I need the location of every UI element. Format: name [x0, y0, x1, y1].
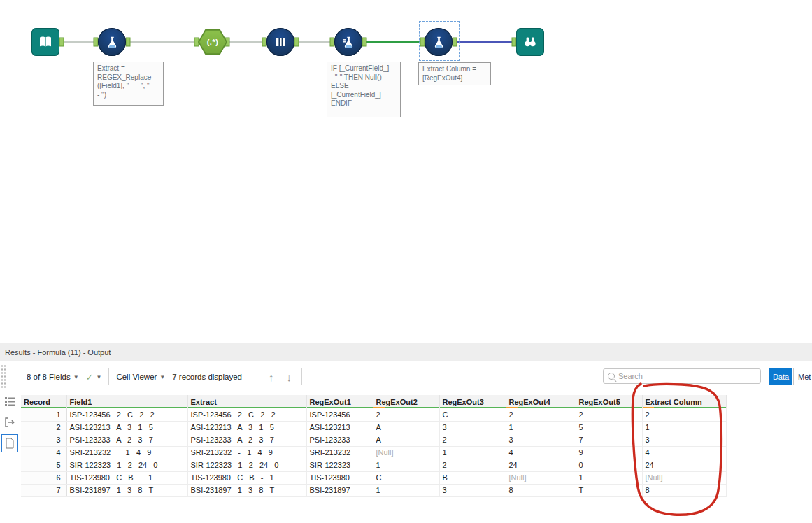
data-cell: SIR-122323 — [306, 459, 373, 471]
results-table: RecordField1ExtractRegExOut1RegExOut2Reg… — [21, 395, 727, 497]
record-number-cell: 4 — [21, 446, 66, 459]
workflow-canvas[interactable]: (.*) — [0, 0, 812, 343]
tool-formula[interactable] — [98, 28, 126, 56]
alteryx-window: (.*) — [0, 0, 812, 523]
formula-icon — [98, 28, 126, 56]
data-quality-bar — [506, 407, 576, 408]
data-cell: TIS-123980 C B - 1 — [187, 471, 306, 484]
data-cell: 1 — [439, 446, 506, 459]
report-view-icon[interactable] — [1, 434, 18, 452]
data-cell: A — [373, 421, 439, 434]
annotation-formula-extract[interactable]: Extract = REGEX_Replace ([Field1], " ", … — [93, 62, 164, 106]
apply-check-icon[interactable]: ✓ ▼ — [86, 372, 102, 382]
table-row[interactable]: 7BSI-231897 1 3 8 TBSI-231897 1 3 8 TBSI… — [21, 484, 726, 496]
data-cell: ISP-123456 — [306, 408, 373, 421]
output-anchor[interactable] — [362, 38, 366, 46]
drag-grip-icon[interactable] — [1, 364, 6, 388]
data-cell: 4 — [506, 446, 576, 459]
data-cell: ASI-123213 — [306, 421, 373, 434]
data-cell: BSI-231897 — [306, 484, 373, 496]
tool-browse[interactable] — [516, 28, 544, 56]
results-panel: Results - Formula (11) - Output — [0, 343, 812, 523]
data-cell: SRI-213232 1 4 9 — [66, 446, 187, 459]
table-row[interactable]: 4SRI-213232 1 4 9SRI-213232 - 1 4 9SRI-2… — [21, 446, 726, 459]
data-cell: B — [439, 471, 506, 484]
data-cell: 8 — [642, 484, 726, 496]
results-title: Results - Formula (11) - Output — [0, 343, 812, 361]
column-header[interactable]: Extract Column — [642, 395, 726, 408]
data-toggle-button[interactable]: Data — [769, 368, 792, 385]
results-table-header-row: RecordField1ExtractRegExOut1RegExOut2Reg… — [21, 395, 726, 408]
column-header[interactable]: RegExOut5 — [576, 395, 642, 408]
data-cell: BSI-231897 1 3 8 T — [66, 484, 187, 496]
data-cell: 3 — [439, 484, 506, 496]
data-cell: [Null] — [642, 471, 726, 484]
data-quality-bar — [307, 407, 373, 408]
chevron-down-icon: ▼ — [159, 374, 165, 380]
annotation-extract-column[interactable]: Extract Column = [RegExOut4] — [418, 62, 491, 85]
scroll-down-icon[interactable]: ↓ — [284, 371, 295, 383]
popout-window-icon[interactable] — [1, 413, 18, 431]
column-header[interactable]: RegExOut1 — [306, 395, 373, 408]
tool-regex[interactable]: (.*) — [198, 29, 227, 55]
data-cell: BSI-231897 1 3 8 T — [187, 484, 306, 496]
data-cell: 1 — [373, 484, 439, 496]
text-to-columns-icon — [266, 28, 294, 56]
tool-formula-11-selected[interactable] — [425, 28, 453, 56]
data-cell: PSI-123233 — [306, 434, 373, 446]
input-data-icon — [31, 28, 59, 56]
data-cell: 1 — [373, 459, 439, 471]
data-cell: C — [373, 471, 439, 484]
column-header[interactable]: RegExOut4 — [506, 395, 576, 408]
search-input[interactable] — [618, 372, 756, 380]
data-cell: 0 — [576, 459, 642, 471]
data-cell: SRI-213232 — [306, 446, 373, 459]
data-quality-bar — [440, 407, 506, 408]
data-cell: 24 — [506, 459, 576, 471]
column-header[interactable]: RegExOut3 — [439, 395, 506, 408]
multi-field-formula-icon — [334, 28, 362, 56]
metadata-toggle-button[interactable]: Met — [793, 368, 812, 385]
output-anchor[interactable] — [294, 38, 299, 46]
column-header[interactable]: RegExOut2 — [373, 395, 439, 408]
data-cell: SRI-213232 - 1 4 9 — [187, 446, 306, 459]
data-cell: 2 — [439, 459, 506, 471]
config-layout-icon[interactable] — [1, 392, 18, 410]
record-number-cell: 7 — [21, 484, 66, 496]
data-cell: 9 — [576, 446, 642, 459]
data-cell: T — [576, 484, 642, 496]
column-header[interactable]: Extract — [187, 395, 306, 408]
table-row[interactable]: 2ASI-123213 A 3 1 5ASI-123213 A 3 1 5ASI… — [21, 421, 726, 434]
table-row[interactable]: 5SIR-122323 1 2 24 0SIR-122323 1 2 24 0S… — [21, 459, 726, 471]
data-cell: SIR-122323 1 2 24 0 — [187, 459, 306, 471]
data-cell: 3 — [439, 421, 506, 434]
record-number-cell: 5 — [21, 459, 66, 471]
record-number-cell: 6 — [21, 471, 66, 484]
search-box — [603, 368, 761, 384]
tool-input-data[interactable] — [31, 28, 59, 56]
cell-viewer-label: Cell Viewer — [116, 373, 157, 381]
annotation-multi-field-if[interactable]: IF [_CurrentField_] ="-" THEN Null() ELS… — [327, 62, 401, 117]
cell-viewer-dropdown[interactable]: Cell Viewer ▼ — [116, 373, 165, 381]
table-row[interactable]: 6TIS-123980 C B 1TIS-123980 C B - 1TIS-1… — [21, 471, 726, 484]
scroll-up-icon[interactable]: ↑ — [266, 371, 277, 383]
toolbar-divider — [108, 368, 109, 385]
data-cell: 5 — [576, 421, 642, 434]
output-anchor[interactable] — [59, 38, 64, 46]
table-row[interactable]: 3PSI-123233 A 2 3 7PSI-123233 A 2 3 7PSI… — [21, 434, 726, 446]
data-cell: A — [373, 434, 439, 446]
chevron-down-icon: ▼ — [73, 374, 79, 380]
regex-label: (.*) — [207, 38, 219, 46]
tool-text-to-columns[interactable] — [266, 28, 294, 56]
tool-multi-field-formula[interactable] — [334, 28, 362, 56]
column-header[interactable]: Field1 — [66, 395, 187, 408]
output-anchor[interactable] — [126, 38, 130, 46]
column-header[interactable]: Record — [21, 395, 66, 408]
fields-dropdown[interactable]: 8 of 8 Fields ▼ — [27, 373, 79, 381]
chevron-down-icon: ▼ — [96, 374, 101, 380]
fields-dropdown-label: 8 of 8 Fields — [27, 373, 71, 381]
data-cell: 2 — [439, 434, 506, 446]
data-cell: TIS-123980 — [306, 471, 373, 484]
data-cell: 7 — [576, 434, 642, 446]
table-row[interactable]: 1ISP-123456 2 C 2 2ISP-123456 2 C 2 2ISP… — [21, 408, 726, 421]
